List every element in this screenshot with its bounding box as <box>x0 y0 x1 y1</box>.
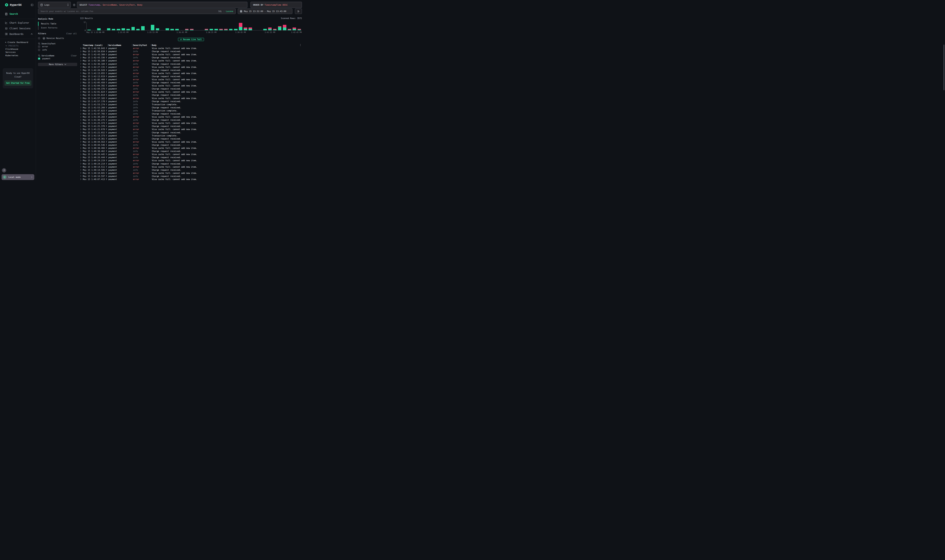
table-row[interactable]: May 15 1:40:10.597 PMpaymentinfoCharge r… <box>80 175 302 178</box>
row-expand-icon[interactable] <box>80 141 83 143</box>
chart-bar[interactable] <box>248 22 252 30</box>
live-tail-play-button[interactable] <box>295 9 302 14</box>
row-expand-icon[interactable] <box>80 122 83 124</box>
chart-bar[interactable] <box>175 22 179 30</box>
column-resize-handle[interactable] <box>132 44 133 46</box>
row-expand-icon[interactable] <box>80 75 83 77</box>
row-expand-icon[interactable] <box>80 69 83 71</box>
row-expand-icon[interactable] <box>80 131 83 134</box>
sidebar-preset-kubernetes[interactable]: Kubernetes <box>0 54 36 57</box>
lucene-toggle[interactable]: Lucene <box>226 10 233 12</box>
table-row[interactable]: May 15 1:41:21.678 PMpaymenterrorVisa ca… <box>80 128 302 131</box>
table-row[interactable]: May 15 1:42:05.450 PMpaymentinfoCharge r… <box>80 81 302 84</box>
row-expand-icon[interactable] <box>80 166 83 168</box>
table-row[interactable]: May 15 1:42:01.824 PMpaymenterrorVisa ca… <box>80 90 302 94</box>
checkbox[interactable] <box>38 49 40 51</box>
chart-bar[interactable] <box>205 22 208 30</box>
table-row[interactable]: May 15 1:41:14.361 PMpaymentinfoCharge r… <box>80 137 302 140</box>
clear-group-button[interactable]: Clear <box>71 55 77 57</box>
row-expand-icon[interactable] <box>80 106 83 109</box>
row-expand-icon[interactable] <box>80 144 83 146</box>
row-expand-icon[interactable] <box>80 54 83 55</box>
table-row[interactable]: May 15 1:41:25.373 PMpaymenterrorVisa ca… <box>80 122 302 125</box>
more-filters-button[interactable]: More filters <box>38 63 77 66</box>
table-row[interactable]: May 15 1:42:05.460 PMpaymenterrorVisa ca… <box>80 78 302 81</box>
table-row[interactable]: May 15 1:40:24.214 PMpaymentinfoCharge r… <box>80 162 302 165</box>
sidebar-item-dashboards[interactable]: Dashboards <box>0 31 36 37</box>
sidebar-item-client-sessions[interactable]: Client Sessions <box>0 26 36 31</box>
table-row[interactable]: May 15 1:42:27.131 PMpaymenterrorVisa ca… <box>80 66 302 69</box>
row-expand-icon[interactable] <box>80 66 83 68</box>
search-icon[interactable] <box>38 54 40 57</box>
chart-bar[interactable] <box>190 22 194 30</box>
table-row[interactable]: May 15 1:42:13.019 PMpaymentinfoCharge r… <box>80 75 302 78</box>
row-expand-icon[interactable] <box>80 147 83 149</box>
table-row[interactable]: May 15 1:40:10.601 PMpaymenterrorVisa ca… <box>80 171 302 175</box>
row-expand-icon[interactable] <box>80 78 83 80</box>
table-row[interactable]: May 15 1:42:26.920 PMpaymentinfoCharge r… <box>80 69 302 72</box>
row-expand-icon[interactable] <box>80 91 83 93</box>
table-row[interactable]: May 15 1:41:47.766 PMpaymentinfoCharge r… <box>80 112 302 115</box>
table-row[interactable]: May 15 1:41:53.274 PMpaymentinfoTransact… <box>80 103 302 106</box>
chart-bar[interactable] <box>170 22 174 30</box>
table-row[interactable]: May 15 1:41:30.283 PMpaymenterrorVisa ca… <box>80 115 302 118</box>
chart-bar[interactable] <box>126 22 130 30</box>
chart-bar[interactable] <box>288 22 291 30</box>
chart-bar[interactable] <box>136 22 140 30</box>
table-row[interactable]: May 15 1:41:57.183 PMpaymenterrorVisa ca… <box>80 97 302 100</box>
table-row[interactable]: May 15 1:41:57.178 PMpaymentinfoCharge r… <box>80 100 302 103</box>
sidebar-item-chart-explorer[interactable]: Chart Explorer <box>0 20 36 26</box>
row-expand-icon[interactable] <box>80 119 83 121</box>
denoise-checkbox[interactable] <box>38 37 40 39</box>
row-expand-icon[interactable] <box>80 116 83 118</box>
table-row[interactable]: May 15 1:40:14.511 PMpaymenterrorVisa ca… <box>80 165 302 168</box>
table-row[interactable]: May 15 1:42:36.184 PMpaymentinfoCharge r… <box>80 62 302 65</box>
chart-bar[interactable] <box>97 22 101 30</box>
chevron-up-icon[interactable] <box>31 33 33 35</box>
row-expand-icon[interactable] <box>80 100 83 102</box>
table-row[interactable]: May 15 1:42:43.360 PMpaymenterrorVisa ca… <box>80 53 302 56</box>
chart-bar[interactable] <box>293 22 296 30</box>
table-row[interactable]: May 15 1:40:44.546 PMpaymentinfoCharge r… <box>80 143 302 146</box>
row-expand-icon[interactable] <box>80 163 83 165</box>
table-row[interactable]: May 15 1:40:26.445 PMpaymenterrorVisa ca… <box>80 153 302 156</box>
row-expand-icon[interactable] <box>80 150 83 152</box>
row-expand-icon[interactable] <box>80 160 83 162</box>
table-row[interactable]: May 15 1:42:50.834 PMpaymentinfoCharge r… <box>80 50 302 53</box>
row-expand-icon[interactable] <box>80 94 83 96</box>
search-icon[interactable] <box>38 42 40 45</box>
chart-bar[interactable] <box>273 22 277 30</box>
row-expand-icon[interactable] <box>80 63 83 65</box>
row-expand-icon[interactable] <box>80 82 83 84</box>
chart-bar[interactable] <box>107 22 111 30</box>
row-expand-icon[interactable] <box>80 109 83 112</box>
chart-bar[interactable] <box>210 22 213 30</box>
row-expand-icon[interactable] <box>80 138 83 140</box>
table-row[interactable]: May 15 1:41:30.275 PMpaymentinfoCharge r… <box>80 118 302 122</box>
help-button[interactable]: ? <box>2 168 6 172</box>
table-row[interactable]: May 15 1:42:50.843 PMpaymenterrorVisa ca… <box>80 47 302 50</box>
row-expand-icon[interactable] <box>80 60 83 62</box>
time-range-picker[interactable]: May 15 13:32:00 - May 15 13:43:00 <box>238 9 292 14</box>
table-row[interactable]: May 15 1:40:38.462 PMpaymentinfoCharge r… <box>80 149 302 153</box>
order-by-input[interactable]: ORDER BY TimestampTime DESC <box>250 2 302 8</box>
row-expand-icon[interactable] <box>80 85 83 87</box>
col-severitytext[interactable]: SeverityText <box>133 44 150 46</box>
table-row[interactable]: May 15 1:40:14.505 PMpaymentinfoCharge r… <box>80 168 302 171</box>
table-row[interactable]: May 15 1:40:26.444 PMpaymentinfoCharge r… <box>80 156 302 159</box>
row-expand-icon[interactable] <box>80 178 83 180</box>
column-resize-handle[interactable] <box>108 44 108 46</box>
table-row[interactable]: May 15 1:42:13.055 PMpaymenterrorVisa ca… <box>80 72 302 75</box>
local-mode-menu[interactable]: U Local mode <box>2 174 34 180</box>
table-row[interactable]: May 15 1:42:01.814 PMpaymentinfoCharge r… <box>80 94 302 97</box>
row-expand-icon[interactable] <box>80 88 83 90</box>
table-row[interactable]: May 15 1:41:25.370 PMpaymentinfoCharge r… <box>80 125 302 128</box>
sidebar-preset-services[interactable]: Services <box>0 51 36 54</box>
row-expand-icon[interactable] <box>80 128 83 131</box>
chart-bar[interactable] <box>156 22 159 30</box>
chart-bar[interactable] <box>151 22 154 30</box>
create-dashboard-button[interactable]: + Create Dashboard <box>0 40 36 44</box>
row-expand-icon[interactable] <box>80 125 83 127</box>
filter-option-payment[interactable]: payment <box>38 57 77 60</box>
select-clause-input[interactable]: SELECT Timestamp, ServiceName, SeverityT… <box>77 2 247 8</box>
